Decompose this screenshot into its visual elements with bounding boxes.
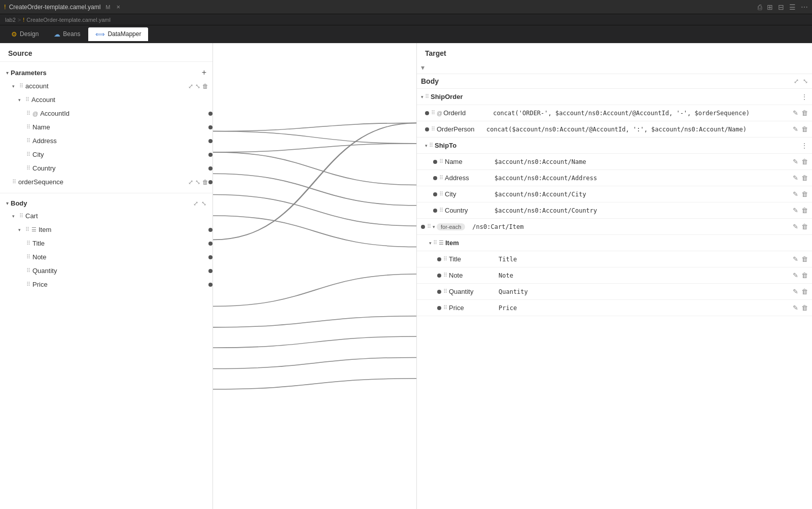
forEach-delete[interactable]: 🗑 xyxy=(801,223,808,230)
breadcrumb-dot: ! xyxy=(23,17,24,23)
source-Note-node: ⠿ Note xyxy=(0,250,213,264)
ShipTo-menu[interactable]: ⋮ xyxy=(801,142,808,150)
OrderPerson-row: ⠿ OrderPerson concat($account/ns0:Accoun… xyxy=(417,121,812,138)
orderSeq-expand[interactable]: ⤢ xyxy=(188,179,193,186)
target-Price-delete[interactable]: 🗑 xyxy=(801,304,808,312)
orderSequence-connector xyxy=(208,180,213,184)
source-Item-chevron[interactable]: ▾ xyxy=(18,227,23,232)
body-collapse[interactable]: ⤡ xyxy=(201,200,206,207)
tab-beans[interactable]: ☁ Beans xyxy=(47,27,87,41)
target-Note-delete[interactable]: 🗑 xyxy=(801,272,808,279)
ShipTo-Country-edit[interactable]: ✎ xyxy=(793,207,798,214)
account-collapse[interactable]: ⤡ xyxy=(195,83,200,90)
target-Item-chevron[interactable]: ▾ xyxy=(429,241,432,246)
win-action-2[interactable]: ⊞ xyxy=(767,3,773,11)
tab-datamapper-label: DataMapper xyxy=(108,30,141,38)
tab-filename: CreateOrder-template.camel.yaml xyxy=(9,4,101,11)
ShipOrder-menu[interactable]: ⋮ xyxy=(801,93,808,101)
tab-datamapper[interactable]: ⟺ DataMapper xyxy=(88,27,148,41)
ShipTo-Country-grip: ⠿ xyxy=(439,207,443,214)
source-Address-grip: ⠿ xyxy=(26,138,30,144)
OrderId-edit[interactable]: ✎ xyxy=(793,109,798,117)
target-Quantity-edit[interactable]: ✎ xyxy=(793,288,798,295)
tab-design[interactable]: ⚙ Design xyxy=(4,27,46,41)
source-Address-connector xyxy=(208,139,213,143)
ShipTo-Country-delete[interactable]: 🗑 xyxy=(801,207,808,214)
forEach-chevron[interactable]: ▾ xyxy=(433,224,435,229)
Account-chevron[interactable]: ▾ xyxy=(18,97,23,103)
account-chevron[interactable]: ▾ xyxy=(12,84,17,89)
ShipTo-Name-edit[interactable]: ✎ xyxy=(793,158,798,165)
forEach-conn-dot xyxy=(421,225,425,229)
source-Name-connector xyxy=(208,125,213,129)
source-Address-node: ⠿ Address xyxy=(0,134,213,148)
target-body-expand[interactable]: ⤢ xyxy=(794,78,799,85)
ShipTo-City-edit[interactable]: ✎ xyxy=(793,190,798,198)
Cart-chevron[interactable]: ▾ xyxy=(12,214,17,219)
source-City-node: ⠿ City xyxy=(0,148,213,161)
ShipTo-Address-name: Address xyxy=(445,174,490,182)
ShipTo-chevron[interactable]: ▾ xyxy=(425,143,428,148)
tab-close[interactable]: × xyxy=(117,3,121,11)
OrderId-delete[interactable]: 🗑 xyxy=(801,109,808,117)
source-Country-node: ⠿ Country xyxy=(0,161,213,175)
ShipTo-City-delete[interactable]: 🗑 xyxy=(801,190,808,198)
OrderPerson-value: concat($account/ns0:Account/@AccountId, … xyxy=(486,126,793,133)
account-label: account xyxy=(25,82,186,90)
win-action-1[interactable]: ⎙ xyxy=(758,3,762,11)
source-Item-label: Item xyxy=(39,226,208,233)
orderSeq-collapse[interactable]: ⤡ xyxy=(195,179,200,186)
target-Item-label: Item xyxy=(445,239,491,247)
target-Title-name: Title xyxy=(449,255,495,263)
ShipTo-Name-name: Name xyxy=(445,158,490,165)
win-action-4[interactable]: ☰ xyxy=(789,3,796,11)
target-Title-delete[interactable]: 🗑 xyxy=(801,255,808,263)
target-Note-conn-dot xyxy=(437,274,441,278)
OrderPerson-edit[interactable]: ✎ xyxy=(793,125,798,133)
ShipTo-Address-edit[interactable]: ✎ xyxy=(793,174,798,182)
account-expand[interactable]: ⤢ xyxy=(188,83,193,90)
target-Note-grip: ⠿ xyxy=(443,272,447,279)
target-Quantity-value: Quantity xyxy=(499,288,793,295)
target-Quantity-delete[interactable]: 🗑 xyxy=(801,288,808,295)
target-body-collapse[interactable]: ⤡ xyxy=(803,78,808,85)
item-list-icon: ☰ xyxy=(31,226,37,233)
forEach-row: ⠿ ▾ for-each /ns0:Cart/Item ✎ 🗑 xyxy=(417,219,812,235)
account-delete[interactable]: 🗑 xyxy=(202,83,208,90)
orderSequence-node: ⠿ orderSequence ⤢ ⤡ 🗑 xyxy=(0,175,213,189)
source-Note-label: Note xyxy=(32,253,208,261)
forEach-edit[interactable]: ✎ xyxy=(793,223,798,230)
main-content: Source ▾ Parameters + ▾ ⠿ account ⤢ ⤡ 🗑 xyxy=(0,43,812,509)
source-Quantity-node: ⠿ Quantity xyxy=(0,264,213,278)
source-City-connector xyxy=(208,153,213,157)
target-Note-edit[interactable]: ✎ xyxy=(793,272,798,279)
source-Title-connector xyxy=(208,242,213,246)
OrderId-actions: ✎ 🗑 xyxy=(793,109,808,117)
target-Price-row: ⠿ Price Price ✎ 🗑 xyxy=(417,300,812,316)
orderSeq-delete[interactable]: 🗑 xyxy=(202,179,208,186)
target-Price-edit[interactable]: ✎ xyxy=(793,304,798,312)
scroll-down-hint: ▾ xyxy=(417,61,812,74)
target-Title-edit[interactable]: ✎ xyxy=(793,255,798,263)
ShipTo-City-value: $account/ns0:Account/City xyxy=(495,191,793,198)
body-chevron[interactable]: ▾ xyxy=(6,200,9,206)
AccountId-grip: ⠿ xyxy=(26,110,30,117)
title-bar: ! CreateOrder-template.camel.yaml M × ⎙ … xyxy=(0,0,812,14)
parameters-add[interactable]: + xyxy=(202,68,206,77)
OrderId-conn-dot xyxy=(425,111,429,115)
target-Note-value: Note xyxy=(499,272,793,279)
forEach-grip: ⠿ xyxy=(427,223,431,230)
source-Price-label: Price xyxy=(32,281,208,288)
ShipTo-Address-delete[interactable]: 🗑 xyxy=(801,174,808,182)
source-header: Source xyxy=(0,43,213,62)
ShipOrder-chevron[interactable]: ▾ xyxy=(421,94,423,99)
body-expand[interactable]: ⤢ xyxy=(193,200,198,207)
win-action-3[interactable]: ⊟ xyxy=(778,3,784,11)
parameters-chevron[interactable]: ▾ xyxy=(6,70,9,76)
OrderPerson-delete[interactable]: 🗑 xyxy=(801,125,808,133)
win-action-5[interactable]: ⋯ xyxy=(801,3,808,11)
source-Quantity-label: Quantity xyxy=(32,267,208,275)
ShipTo-Name-delete[interactable]: 🗑 xyxy=(801,158,808,165)
source-Title-label: Title xyxy=(32,240,208,247)
Cart-label: Cart xyxy=(25,212,208,220)
